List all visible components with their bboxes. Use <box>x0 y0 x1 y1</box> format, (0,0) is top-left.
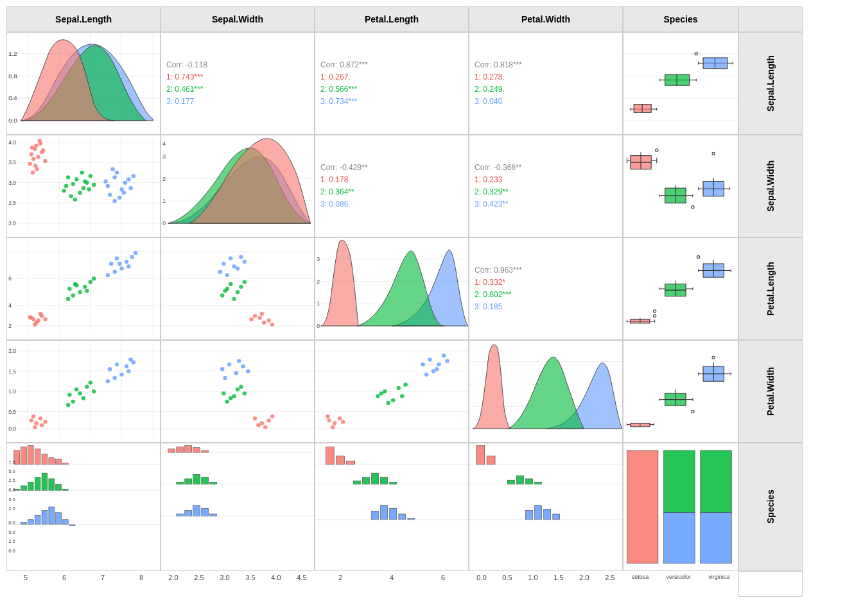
svg-rect-368 <box>49 458 55 465</box>
svg-point-195 <box>243 280 247 284</box>
rlabel-petal-length: Petal.Length <box>738 237 803 340</box>
svg-point-320 <box>391 398 395 402</box>
svg-point-158 <box>89 280 92 284</box>
svg-rect-443 <box>535 483 542 484</box>
rlabel-petal-width: Petal.Width <box>738 340 803 443</box>
svg-rect-421 <box>336 456 344 465</box>
svg-rect-433 <box>399 514 406 520</box>
svg-text:3: 3 <box>162 153 166 160</box>
svg-point-327 <box>428 357 432 361</box>
svg-point-82 <box>106 184 110 188</box>
svg-text:5.0: 5.0 <box>8 497 15 502</box>
header-petal-length: Petal.Length <box>315 6 469 32</box>
svg-rect-378 <box>56 484 62 491</box>
svg-point-59 <box>30 146 34 150</box>
axis-petal-width: 0.0 0.5 1.0 1.5 2.0 2.5 <box>469 571 623 597</box>
svg-point-203 <box>239 255 243 259</box>
svg-text:0.0: 0.0 <box>8 520 15 526</box>
svg-rect-437 <box>476 445 485 465</box>
svg-point-54 <box>31 157 35 161</box>
svg-rect-426 <box>372 473 379 484</box>
svg-point-191 <box>229 282 232 286</box>
svg-point-165 <box>115 256 119 260</box>
svg-rect-454 <box>701 450 732 513</box>
svg-point-286 <box>253 416 257 420</box>
header-sepal-length: Sepal.Length <box>6 6 161 32</box>
svg-text:4.0: 4.0 <box>8 139 16 146</box>
svg-point-67 <box>71 182 75 186</box>
svg-point-329 <box>442 354 446 357</box>
svg-rect-405 <box>202 450 209 452</box>
svg-point-315 <box>331 425 335 429</box>
svg-text:0.8: 0.8 <box>8 73 17 80</box>
svg-rect-385 <box>49 507 55 525</box>
header-sepal-width: Sepal.Width <box>161 6 315 32</box>
svg-point-289 <box>256 424 260 427</box>
svg-rect-427 <box>381 477 388 484</box>
svg-text:2.5: 2.5 <box>8 200 16 207</box>
svg-rect-401 <box>168 449 175 453</box>
svg-rect-374 <box>28 483 33 491</box>
plot-r5c5-species-bar <box>623 443 738 571</box>
svg-rect-434 <box>408 518 415 520</box>
svg-point-161 <box>66 297 70 301</box>
svg-text:1.5: 1.5 <box>8 368 16 375</box>
svg-point-263 <box>89 381 92 384</box>
svg-point-192 <box>220 293 224 297</box>
svg-text:3.0: 3.0 <box>8 180 16 186</box>
plot-r2c1-scatter: 2.0 2.5 3.0 3.5 4.0 <box>6 135 161 237</box>
plot-r4c3-scatter <box>315 340 469 443</box>
plot-r3c3-density: 0 1 2 3 <box>315 237 469 340</box>
svg-point-77 <box>87 187 91 191</box>
svg-text:2.5: 2.5 <box>8 538 15 544</box>
svg-rect-367 <box>42 454 48 465</box>
svg-rect-451 <box>627 450 658 563</box>
svg-point-157 <box>83 285 87 289</box>
svg-rect-383 <box>35 515 40 524</box>
corr-r1c3: Corr: 0.872*** 1: 0.267. 2: 0.566*** 3: … <box>315 32 469 135</box>
plot-r3c5-boxplot <box>623 237 738 340</box>
svg-point-95 <box>112 199 116 203</box>
svg-rect-428 <box>390 483 397 484</box>
svg-point-321 <box>397 386 401 390</box>
svg-point-316 <box>341 420 345 424</box>
svg-text:4: 4 <box>162 141 166 147</box>
svg-point-324 <box>379 391 383 395</box>
corr-r2c3: Corr: -0.428** 1: 0.178 2: 0.364** 3: 0.… <box>315 135 469 237</box>
svg-rect-442 <box>526 479 533 484</box>
svg-point-151 <box>43 317 47 321</box>
plot-r4c2-scatter <box>161 340 315 443</box>
svg-rect-440 <box>508 480 515 484</box>
svg-point-171 <box>106 273 110 277</box>
axis-sepal-length: 5 6 7 8 <box>6 571 161 597</box>
svg-point-65 <box>31 171 35 175</box>
svg-point-273 <box>106 379 110 383</box>
svg-rect-448 <box>553 514 560 520</box>
svg-point-261 <box>71 400 75 404</box>
svg-point-328 <box>435 367 439 371</box>
svg-rect-445 <box>526 511 533 520</box>
svg-point-265 <box>92 389 96 393</box>
plot-r1c1-density: 0.0 0.4 0.8 1.2 <box>6 32 161 135</box>
svg-point-84 <box>119 187 123 191</box>
svg-point-256 <box>40 424 44 427</box>
svg-point-55 <box>34 144 38 148</box>
svg-point-331 <box>437 363 440 366</box>
svg-point-182 <box>249 317 253 321</box>
svg-rect-387 <box>63 520 69 525</box>
svg-text:0.0: 0.0 <box>8 117 17 124</box>
svg-point-199 <box>236 266 240 270</box>
plot-r5c3-bar <box>315 443 469 571</box>
svg-rect-455 <box>701 513 732 563</box>
svg-point-257 <box>67 393 71 397</box>
svg-point-271 <box>112 376 116 380</box>
svg-point-169 <box>112 270 116 274</box>
svg-point-190 <box>236 290 240 294</box>
svg-point-66 <box>33 164 37 167</box>
svg-rect-384 <box>42 511 48 525</box>
svg-point-162 <box>92 277 96 280</box>
svg-point-264 <box>66 403 70 407</box>
svg-text:2: 2 <box>8 323 12 329</box>
svg-point-80 <box>62 189 65 193</box>
svg-point-83 <box>112 175 116 179</box>
